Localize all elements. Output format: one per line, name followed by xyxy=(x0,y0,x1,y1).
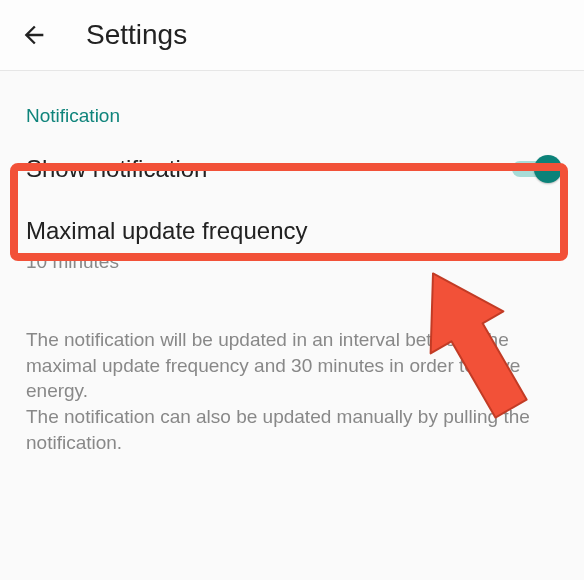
setting-update-frequency[interactable]: Maximal update frequency 10 minutes xyxy=(0,203,584,277)
section-header-notification: Notification xyxy=(0,71,584,135)
back-button[interactable] xyxy=(10,11,58,59)
page-title: Settings xyxy=(86,19,187,51)
setting-show-notification-label: Show notification xyxy=(26,155,207,183)
setting-update-frequency-value: 10 minutes xyxy=(26,251,558,273)
setting-show-notification[interactable]: Show notification xyxy=(0,135,584,203)
toggle-thumb xyxy=(534,155,562,183)
setting-update-frequency-label: Maximal update frequency xyxy=(26,217,558,245)
settings-description: The notification will be updated in an i… xyxy=(0,277,584,475)
app-bar: Settings xyxy=(0,0,584,70)
back-arrow-icon xyxy=(20,21,48,49)
show-notification-toggle[interactable] xyxy=(512,155,558,183)
